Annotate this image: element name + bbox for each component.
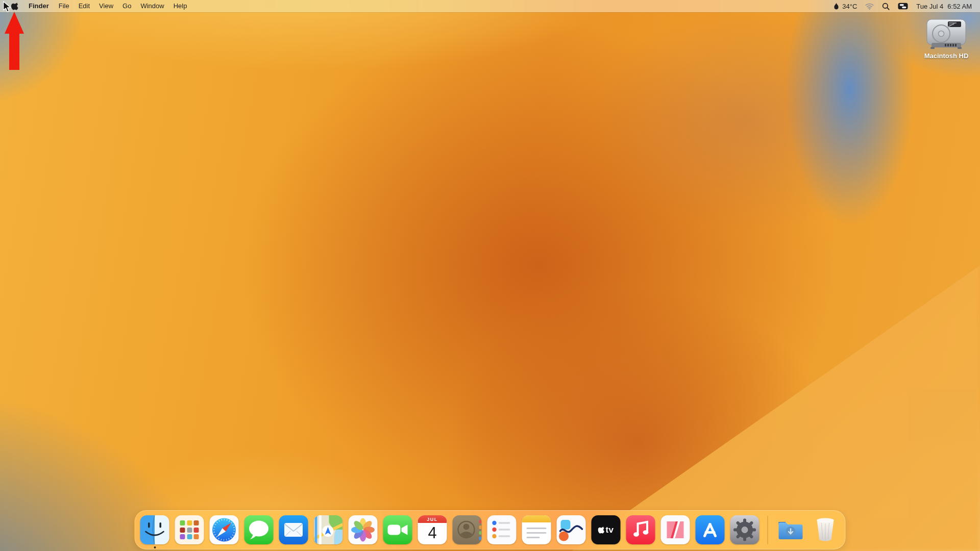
finder-running-indicator: [154, 546, 156, 548]
dock-item-trash[interactable]: [811, 515, 840, 544]
tv-label: tv: [605, 525, 614, 535]
flame-icon: [833, 2, 840, 10]
menu-item-go[interactable]: Go: [118, 0, 136, 12]
menu-item-edit[interactable]: Edit: [74, 0, 94, 12]
apple-logo-small: [598, 526, 604, 534]
calendar-month: JUL: [418, 515, 447, 523]
freeform-icon: [557, 515, 586, 544]
apple-logo-icon: [11, 2, 18, 11]
dock-item-mail[interactable]: [279, 515, 308, 544]
notes-icon: [522, 515, 551, 544]
dock-item-finder[interactable]: [140, 515, 169, 544]
dock-item-calendar[interactable]: JUL 4: [418, 515, 447, 544]
calendar-day: 4: [428, 523, 436, 543]
mail-icon: [279, 515, 308, 544]
dock-item-maps[interactable]: [314, 515, 343, 544]
menu-item-window[interactable]: Window: [136, 0, 168, 12]
dock-item-settings[interactable]: [730, 515, 760, 544]
menu-bar-date: Tue Jul 4: [916, 3, 943, 10]
dock-item-news[interactable]: [661, 515, 690, 544]
dock-item-music[interactable]: [626, 515, 655, 544]
menu-item-finder[interactable]: Finder: [23, 0, 54, 12]
dock-item-downloads[interactable]: [776, 515, 805, 544]
dock-item-contacts[interactable]: [453, 515, 482, 544]
calendar-icon: JUL 4: [418, 515, 447, 544]
wifi-icon[interactable]: [865, 3, 874, 10]
dock-item-launchpad[interactable]: [175, 515, 204, 544]
mouse-cursor: [3, 1, 12, 13]
dock: JUL 4: [135, 510, 846, 549]
menu-bar: Finder File Edit View Go Window Help 34°…: [0, 0, 980, 12]
trash-icon: [811, 515, 840, 544]
temperature-value: 34°C: [842, 3, 857, 10]
gear-icon: [730, 515, 760, 544]
photos-icon: [349, 515, 378, 544]
contacts-icon: [453, 515, 482, 544]
dock-item-photos[interactable]: [349, 515, 378, 544]
menu-bar-left: Finder File Edit View Go Window Help: [6, 0, 191, 12]
dock-item-tv[interactable]: tv: [592, 515, 621, 544]
appletv-icon: tv: [592, 515, 621, 544]
macos-desktop: Finder File Edit View Go Window Help 34°…: [0, 0, 980, 551]
menu-item-file[interactable]: File: [54, 0, 74, 12]
appstore-icon: [696, 515, 725, 544]
menu-item-help[interactable]: Help: [169, 0, 192, 12]
finder-icon: [140, 515, 169, 544]
safari-icon: [210, 515, 239, 544]
facetime-icon: [383, 515, 412, 544]
control-center-icon[interactable]: [898, 3, 908, 10]
dock-item-notes[interactable]: [522, 515, 551, 544]
news-icon: [661, 515, 690, 544]
dock-item-reminders[interactable]: [487, 515, 517, 544]
launchpad-icon: [175, 515, 204, 544]
search-icon[interactable]: [882, 3, 890, 10]
desktop-icon-macintosh-hd[interactable]: Macintosh HD: [918, 18, 975, 60]
dock-item-freeform[interactable]: [557, 515, 586, 544]
dock-item-safari[interactable]: [210, 515, 239, 544]
annotation-arrow-up: [4, 12, 24, 70]
dock-item-appstore[interactable]: [696, 515, 725, 544]
dock-item-messages[interactable]: [244, 515, 274, 544]
volume-label: Macintosh HD: [918, 52, 975, 60]
dock-divider: [768, 516, 768, 544]
hard-drive-icon: [925, 18, 967, 50]
downloads-folder-icon: [776, 515, 805, 544]
reminders-icon: [487, 515, 517, 544]
clock[interactable]: Tue Jul 4 6:52 AM: [916, 3, 972, 10]
weather-status[interactable]: 34°C: [833, 2, 857, 10]
menu-item-view[interactable]: View: [94, 0, 118, 12]
music-icon: [626, 515, 655, 544]
menu-bar-time: 6:52 AM: [947, 3, 972, 10]
messages-icon: [244, 515, 274, 544]
dock-item-facetime[interactable]: [383, 515, 412, 544]
menu-bar-status: 34°C Tue Jul 4 6:52 AM: [833, 2, 972, 10]
maps-icon: [314, 515, 343, 544]
